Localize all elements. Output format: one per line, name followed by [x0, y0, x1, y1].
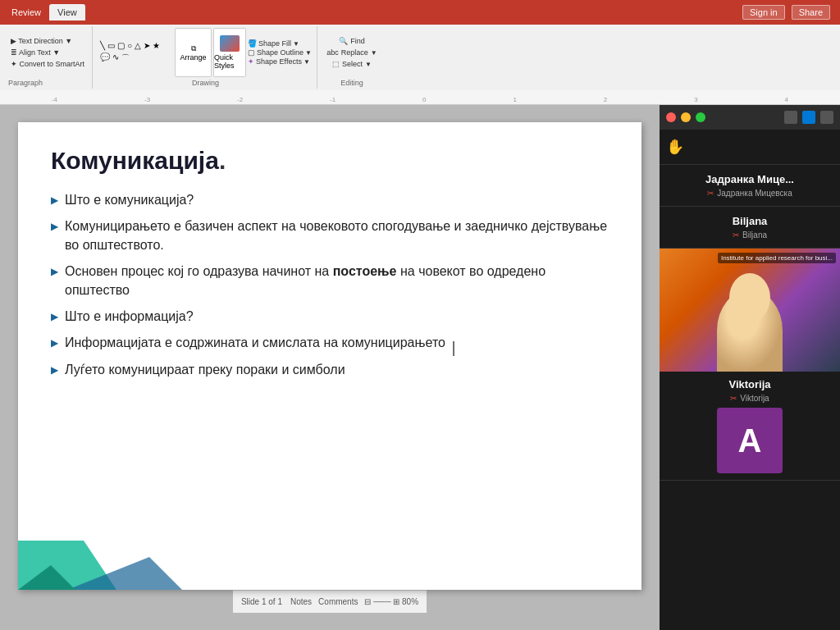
sidebar-icon-1[interactable]	[784, 111, 797, 124]
video-label: Institute for applied research for busi.…	[718, 253, 836, 263]
ruler: -4-3-2-1 0 1234	[0, 90, 840, 105]
paragraph-group: ▶ Text Direction ▼ ≣ Align Text ▼ ✦ Conv…	[3, 26, 93, 89]
quick-styles-swatch	[220, 35, 240, 52]
participant-biljana-sub: ✂ Biljana	[733, 231, 767, 240]
zoom-controls[interactable]: ⊟ ─── ⊞ 80%	[364, 597, 418, 606]
star-shape[interactable]: ★	[152, 40, 161, 51]
drawing-label: Drawing	[192, 79, 219, 87]
participant-biljana: Biljana ✂ Biljana	[660, 207, 840, 249]
slide[interactable]: Комуникација ▶ Што е комуникација? ▶ Ком…	[18, 122, 641, 590]
participant-viktorija-subname: Viktorija	[740, 394, 769, 403]
sidebar-icons	[784, 111, 833, 124]
select-button[interactable]: ⬚ Select ▼	[330, 59, 374, 69]
participant-jadranка: Јадранка Мице... ✂ Јадранка Мицевска	[660, 165, 840, 207]
shape-effects-option[interactable]: ✦ Shape Effects ▼	[248, 57, 312, 66]
bullet-text-6: Луѓето комуницираат преку пораки и симбо…	[65, 361, 609, 379]
shape-fill-chevron[interactable]: ▼	[293, 40, 299, 48]
shape-effects-chevron[interactable]: ▼	[304, 58, 310, 66]
viktorija-avatar: A	[717, 408, 783, 473]
find-label: Find	[350, 37, 365, 45]
shape-outline-chevron[interactable]: ▼	[305, 49, 312, 57]
shape-outline-option[interactable]: ▢ Shape Outline ▼	[248, 48, 312, 57]
sidebar: ✋ Јадранка Мице... ✂ Јадранка Мицевска B…	[660, 105, 840, 630]
arrange-icon: ⧉	[191, 44, 196, 53]
oval-shape[interactable]: ○	[126, 40, 133, 51]
line-shape[interactable]: ╲	[99, 40, 106, 51]
find-button[interactable]: 🔍 Find	[336, 36, 368, 46]
comments-btn[interactable]: Comments	[318, 597, 358, 606]
quick-styles-button[interactable]: Quick Styles	[213, 28, 246, 77]
paragraph-buttons: ▶ Text Direction ▼ ≣ Align Text ▼ ✦ Conv…	[8, 28, 87, 77]
bullet-text-4: Што е информација?	[65, 308, 609, 326]
rect-shape[interactable]: ▭	[107, 40, 116, 51]
bullet-text-2: Комуницирањето е базичен аспект на човек…	[65, 217, 609, 254]
slide-number: Slide 1 of 1	[241, 597, 282, 606]
sign-in-button[interactable]: Sign in	[742, 5, 785, 20]
ribbon: Review View Sign in Share ▶ Text Directi…	[0, 0, 840, 90]
bullet-item-3: ▶ Основен процес кој го одразува начинот…	[51, 262, 609, 299]
text-direction-btn[interactable]: ▶ Text Direction ▼	[8, 36, 87, 46]
ruler-marks: -4-3-2-1 0 1234	[0, 96, 840, 103]
maximize-btn[interactable]	[696, 112, 705, 122]
minimize-btn[interactable]	[681, 112, 691, 122]
shapes-palette: ╲ ▭ ▢ ○ △ ➤ ★ 💬 ∿ ⌒	[99, 40, 173, 65]
bullet-text-5: Информацијата е содржината и смислата на…	[65, 334, 609, 352]
bullet-list: ▶ Што е комуникација? ▶ Комуницирањето е…	[51, 191, 609, 379]
replace-icon: abc	[326, 48, 339, 57]
shape-effects-icon: ✦	[248, 57, 254, 66]
sidebar-header	[660, 105, 840, 130]
callout-shape[interactable]: 💬	[99, 52, 111, 65]
status-bar: Slide 1 of 1 Notes Comments ⊟ ─── ⊞ 80%	[233, 590, 427, 613]
bullet-arrow-5: ▶	[51, 336, 58, 350]
notes-btn[interactable]: Notes	[290, 597, 312, 606]
shape-fill-label: Shape Fill	[258, 39, 291, 48]
slide-content: Комуникација ▶ Што е комуникација? ▶ Ком…	[18, 122, 641, 590]
sidebar-grid-icon[interactable]	[820, 111, 833, 124]
bullet-text-1: Што е комуникација?	[65, 191, 609, 209]
tab-review[interactable]: Review	[3, 4, 49, 21]
sidebar-scroll[interactable]: ✋ Јадранка Мице... ✂ Јадранка Мицевска B…	[660, 130, 840, 630]
bullet-item-1: ▶ Што е комуникација?	[51, 191, 609, 209]
select-chevron[interactable]: ▼	[365, 61, 372, 68]
bullet-item-6: ▶ Луѓето комуницираат преку пораки и сим…	[51, 361, 609, 379]
convert-smartart-btn[interactable]: ✦ Convert to SmartArt	[8, 59, 87, 69]
triangle-shape[interactable]: △	[134, 40, 142, 51]
bullet-arrow-4: ▶	[51, 310, 58, 324]
shape-fill-option[interactable]: 🪣 Shape Fill ▼	[248, 39, 312, 48]
align-text-btn[interactable]: ≣ Align Text ▼	[8, 48, 87, 57]
editing-group: 🔍 Find abc Replace ▼ ⬚ Select ▼ Editing	[319, 26, 385, 89]
replace-chevron[interactable]: ▼	[371, 49, 377, 57]
arrange-button[interactable]: ⧉ Arrange	[175, 28, 212, 77]
shape-options: 🪣 Shape Fill ▼ ▢ Shape Outline ▼ ✦ Shape…	[248, 39, 312, 66]
participant-viktorija: Viktorija ✂ Viktorija A	[660, 372, 840, 481]
round-rect-shape[interactable]: ▢	[116, 40, 126, 51]
participant-jadranка-name: Јадранка Мице...	[705, 173, 794, 185]
bullet-item-5: ▶ Информацијата е содржината и смислата …	[51, 334, 609, 352]
bullet-text-3: Основен процес кој го одразува начинот н…	[65, 262, 609, 299]
participant-jadranка-subname: Јадранка Мицевска	[717, 189, 792, 198]
participant-viktorija-name: Viktorija	[728, 378, 770, 390]
freeform-shape[interactable]: ⌒	[121, 52, 130, 65]
ribbon-content: ▶ Text Direction ▼ ≣ Align Text ▼ ✦ Conv…	[0, 25, 840, 90]
tab-view[interactable]: View	[49, 4, 85, 21]
sidebar-icon-2[interactable]	[802, 111, 815, 124]
bullet-item-4: ▶ Што е информација?	[51, 308, 609, 326]
arrange-label: Arrange	[180, 53, 207, 62]
slide-area: Комуникација ▶ Што е комуникација? ▶ Ком…	[0, 105, 660, 630]
drawing-group: ╲ ▭ ▢ ○ △ ➤ ★ 💬 ∿ ⌒ ⧉ Arrange	[94, 26, 317, 89]
shape-outline-icon: ▢	[248, 48, 255, 57]
video-placeholder: Institute for applied research for busi.…	[660, 249, 840, 372]
raise-hand-icon[interactable]: ✋	[666, 138, 684, 156]
bullet-arrow-2: ▶	[51, 220, 58, 234]
share-button[interactable]: Share	[792, 5, 830, 20]
bullet-arrow-1: ▶	[51, 194, 58, 208]
close-btn[interactable]	[666, 112, 676, 122]
paragraph-label: Paragraph	[8, 79, 43, 87]
replace-button[interactable]: abc Replace ▼	[324, 48, 379, 57]
shape-effects-label: Shape Effects	[256, 57, 302, 66]
bullet-arrow-3: ▶	[51, 265, 58, 279]
text-cursor	[453, 341, 454, 356]
participant-biljana-name: Biljana	[733, 215, 768, 227]
curve-shape[interactable]: ∿	[112, 52, 120, 65]
arrow-shape[interactable]: ➤	[143, 40, 151, 51]
